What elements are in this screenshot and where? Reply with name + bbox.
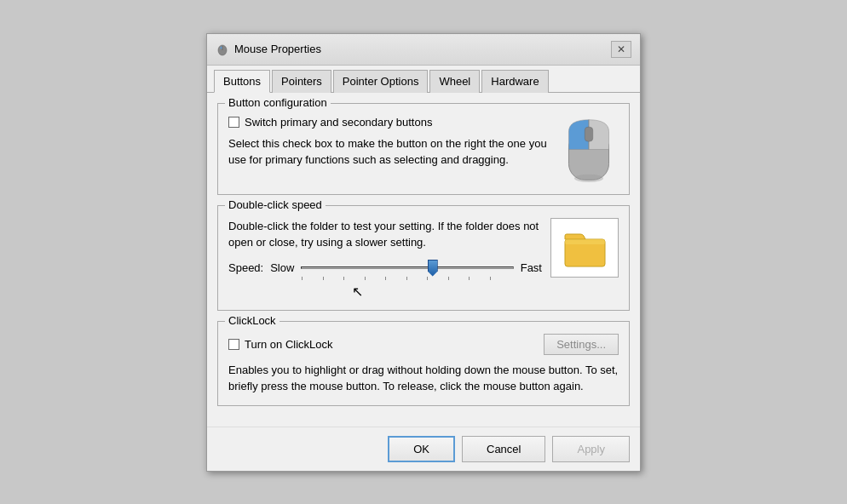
button-config-label: Button configuration xyxy=(225,96,331,109)
close-button[interactable]: ✕ xyxy=(611,41,631,58)
tab-content: Button configuration Switch primary and … xyxy=(207,93,640,427)
fast-label: Fast xyxy=(521,261,542,274)
folder-test-area[interactable] xyxy=(550,218,619,278)
clicklock-content: Turn on ClickLock Settings... Enables yo… xyxy=(228,330,619,395)
double-click-content: Double-click the folder to test your set… xyxy=(228,215,619,300)
switch-buttons-checkbox[interactable] xyxy=(228,117,239,128)
dblclick-text-area: Double-click the folder to test your set… xyxy=(228,218,542,300)
tick-7 xyxy=(427,277,428,280)
tick-9 xyxy=(469,277,470,280)
tab-pointer-options[interactable]: Pointer Options xyxy=(333,70,429,93)
tick-4 xyxy=(365,277,366,280)
tick-3 xyxy=(343,277,344,280)
speed-slider-container xyxy=(301,260,513,277)
clicklock-label: ClickLock xyxy=(225,314,279,327)
mouse-illustration xyxy=(559,116,619,184)
settings-button[interactable]: Settings... xyxy=(544,334,619,355)
folder-icon xyxy=(562,224,608,271)
tab-wheel[interactable]: Wheel xyxy=(429,70,480,93)
clicklock-group: ClickLock Turn on ClickLock Settings... … xyxy=(217,321,630,406)
tick-2 xyxy=(323,277,324,280)
speed-label: Speed: xyxy=(228,261,263,274)
dialog-title: Mouse Properties xyxy=(234,43,321,55)
apply-button[interactable]: Apply xyxy=(552,436,630,462)
slider-line xyxy=(301,266,513,269)
tick-5 xyxy=(385,277,386,280)
svg-point-3 xyxy=(221,46,222,49)
svg-rect-6 xyxy=(585,127,592,141)
button-config-group: Button configuration Switch primary and … xyxy=(217,103,630,195)
dblclick-inner: Double-click the folder to test your set… xyxy=(228,218,619,300)
tabs-bar: Buttons Pointers Pointer Options Wheel H… xyxy=(207,66,640,93)
clicklock-checkbox-label: Turn on ClickLock xyxy=(245,338,333,351)
tab-pointers[interactable]: Pointers xyxy=(272,70,331,93)
double-click-description: Double-click the folder to test your set… xyxy=(228,218,542,251)
slider-thumb[interactable] xyxy=(428,260,438,277)
tick-1 xyxy=(302,277,302,280)
svg-point-7 xyxy=(574,174,603,181)
clicklock-description: Enables you to highlight or drag without… xyxy=(228,362,619,395)
switch-buttons-label: Switch primary and secondary buttons xyxy=(245,116,432,129)
tick-10 xyxy=(490,277,491,280)
tab-hardware[interactable]: Hardware xyxy=(481,70,548,93)
tick-6 xyxy=(406,277,407,280)
double-click-group: Double-click speed Double-click the fold… xyxy=(217,205,630,311)
cursor-icon: ↖ xyxy=(352,284,363,300)
tab-buttons[interactable]: Buttons xyxy=(214,70,270,93)
mouse-title-icon xyxy=(216,43,229,56)
speed-slider[interactable] xyxy=(301,260,513,277)
button-config-text-area: Switch primary and secondary buttons Sel… xyxy=(228,116,550,169)
slow-label: Slow xyxy=(270,261,294,274)
button-config-description: Select this check box to make the button… xyxy=(228,135,550,169)
mouse-properties-dialog: Mouse Properties ✕ Buttons Pointers Poin… xyxy=(206,33,641,472)
button-config-content: Switch primary and secondary buttons Sel… xyxy=(228,112,619,184)
tick-8 xyxy=(448,277,449,280)
ok-button[interactable]: OK xyxy=(388,436,455,462)
cancel-button[interactable]: Cancel xyxy=(462,436,545,462)
clicklock-checkbox[interactable] xyxy=(228,339,239,350)
title-bar: Mouse Properties ✕ xyxy=(207,34,640,66)
button-config-inner: Switch primary and secondary buttons Sel… xyxy=(228,116,619,184)
clicklock-row: Turn on ClickLock Settings... xyxy=(228,334,619,355)
dialog-footer: OK Cancel Apply xyxy=(207,427,640,471)
double-click-label: Double-click speed xyxy=(225,198,326,211)
title-bar-left: Mouse Properties xyxy=(216,43,321,56)
svg-rect-9 xyxy=(565,239,605,244)
speed-row: Speed: Slow Fast xyxy=(228,260,542,277)
primary-secondary-row: Switch primary and secondary buttons xyxy=(228,116,550,129)
